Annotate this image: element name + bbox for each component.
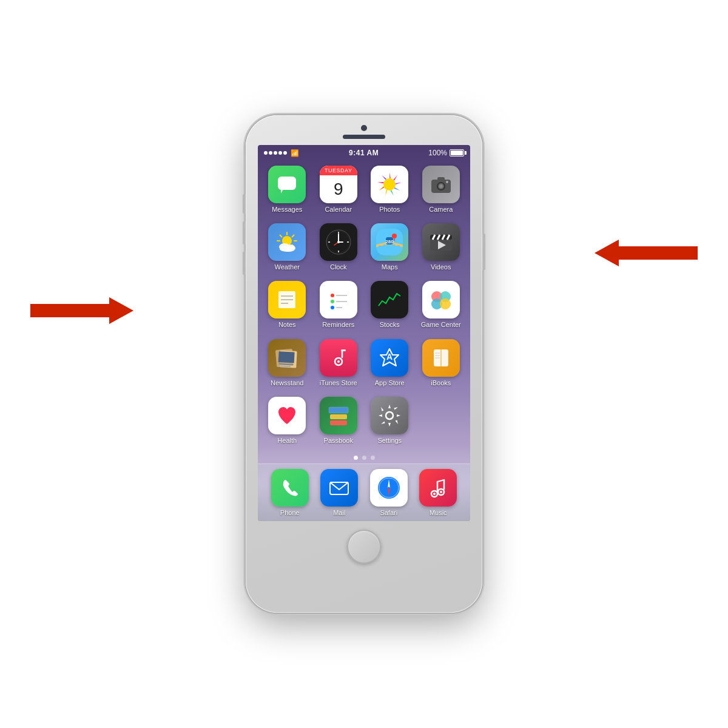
page-dot-1 [354, 456, 358, 460]
app-ibooks[interactable]: iBooks [419, 339, 463, 389]
status-left: 📶 [264, 149, 299, 157]
calendar-date: 9 [334, 175, 343, 203]
front-camera-area [246, 115, 482, 145]
svg-rect-0 [278, 177, 296, 190]
calendar-day: TUESDAY [320, 166, 357, 175]
app-reminders[interactable]: Reminders [317, 281, 361, 331]
maps-label: Maps [382, 263, 398, 271]
stocks-icon [371, 281, 408, 318]
ibooks-icon [422, 339, 460, 377]
reminders-icon [320, 281, 357, 318]
safari-icon [370, 469, 408, 507]
camera-icon [422, 166, 460, 203]
svg-point-26 [392, 234, 397, 238]
newsstand-label: Newsstand [271, 379, 303, 386]
photos-label: Photos [379, 206, 400, 213]
app-photos[interactable]: Photos [368, 166, 412, 216]
svg-point-38 [331, 294, 334, 297]
app-clock[interactable]: Clock [317, 223, 361, 274]
svg-point-76 [433, 493, 436, 495]
clock-label: Clock [330, 263, 347, 271]
appstore-label: App Store [375, 379, 405, 386]
appstore-icon: A [371, 339, 408, 377]
page-dot-2 [362, 456, 366, 460]
front-camera [361, 125, 367, 131]
stocks-label: Stocks [380, 321, 400, 328]
passbook-icon [320, 397, 357, 434]
app-camera[interactable]: Camera [419, 166, 463, 216]
notes-icon [268, 281, 306, 318]
speaker [343, 135, 385, 139]
notes-label: Notes [278, 321, 296, 328]
app-calendar[interactable]: TUESDAY 9 Calendar [317, 166, 361, 216]
safari-label: Safari [380, 509, 397, 516]
battery-icon [450, 149, 464, 157]
svg-point-12 [280, 246, 294, 252]
app-newsstand[interactable]: Newsstand [265, 339, 309, 389]
volume-up-button[interactable] [243, 221, 246, 244]
calendar-label: Calendar [325, 206, 352, 213]
status-right: 100% [428, 149, 464, 157]
svg-text:280: 280 [386, 239, 394, 244]
svg-point-22 [337, 241, 340, 243]
app-itunes[interactable]: iTunes Store [317, 339, 361, 389]
dock-mail[interactable]: Mail [320, 469, 358, 516]
health-label: Health [277, 437, 297, 444]
app-health[interactable]: Health [265, 397, 309, 447]
svg-rect-65 [330, 414, 347, 419]
app-notes[interactable]: Notes [265, 281, 309, 331]
settings-icon [371, 397, 408, 434]
music-icon [419, 469, 457, 507]
volume-down-button[interactable] [243, 252, 246, 275]
dock-music[interactable]: Music [419, 469, 457, 516]
phone-label: Phone [280, 509, 300, 516]
camera-label: Camera [429, 206, 453, 213]
screen: 📶 9:41 AM 100% [258, 145, 470, 521]
mail-icon [320, 469, 358, 507]
reminders-label: Reminders [322, 321, 354, 328]
home-button[interactable] [347, 530, 381, 564]
svg-rect-66 [330, 420, 347, 425]
newsstand-icon [268, 339, 306, 377]
svg-text:A: A [386, 352, 393, 362]
app-settings[interactable]: Settings [368, 397, 412, 447]
battery-bar [450, 149, 464, 157]
home-button-area [347, 521, 381, 573]
app-stocks[interactable]: Stocks [368, 281, 412, 331]
dock-safari[interactable]: Safari [370, 469, 408, 516]
status-bar: 📶 9:41 AM 100% [258, 145, 470, 161]
music-label: Music [430, 509, 447, 516]
app-dock: Phone Mail [258, 463, 470, 521]
power-button[interactable] [482, 234, 485, 270]
svg-point-6 [439, 184, 443, 188]
app-maps[interactable]: 280 Maps [368, 223, 412, 274]
svg-point-8 [446, 181, 448, 183]
mail-label: Mail [333, 509, 345, 516]
dock-phone[interactable]: Phone [271, 469, 309, 516]
app-videos[interactable]: Videos [419, 223, 463, 274]
page-dot-3 [371, 456, 375, 460]
app-gamecenter[interactable]: Game Center [419, 281, 463, 331]
signal-dot-1 [264, 151, 268, 155]
battery-fill [451, 150, 463, 155]
status-time: 9:41 AM [349, 149, 379, 157]
signal-dot-4 [278, 151, 282, 155]
photos-icon [371, 166, 408, 203]
signal-strength [264, 151, 287, 155]
mute-switch[interactable] [243, 194, 246, 214]
itunes-icon [320, 339, 357, 377]
wifi-icon: 📶 [291, 149, 299, 157]
svg-point-2 [383, 178, 396, 190]
app-appstore[interactable]: A App Store [368, 339, 412, 389]
svg-rect-7 [437, 177, 445, 181]
health-icon [268, 397, 306, 434]
app-passbook[interactable]: Passbook [317, 397, 361, 447]
app-messages[interactable]: Messages [265, 166, 309, 216]
app-weather[interactable]: Weather [265, 223, 309, 274]
svg-point-81 [440, 491, 442, 493]
ibooks-label: iBooks [431, 379, 451, 386]
passbook-label: Passbook [324, 437, 353, 444]
maps-icon: 280 [371, 223, 408, 261]
calendar-icon: TUESDAY 9 [320, 166, 357, 203]
gamecenter-label: Game Center [421, 321, 461, 328]
